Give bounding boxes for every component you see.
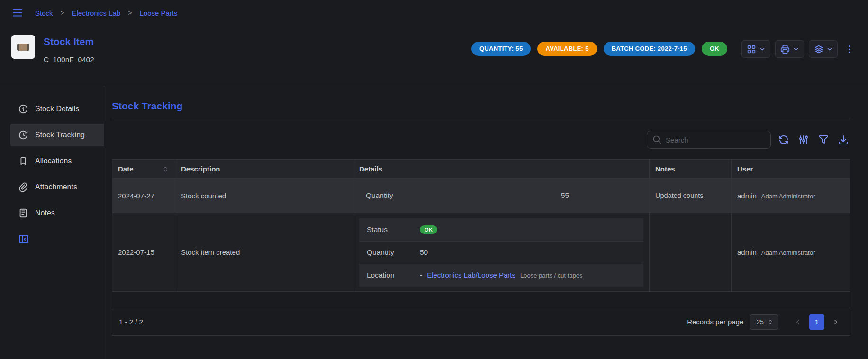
records-per-page-select[interactable]: 25 [750, 314, 778, 330]
page-1-button[interactable]: 1 [809, 314, 824, 330]
column-header-description: Description [175, 160, 353, 178]
chevron-down-icon [793, 46, 799, 53]
user-full-name: Adam Administrator [761, 249, 815, 256]
details-cell: Status OK Quantity 50 Location - [353, 213, 649, 291]
table-options-button[interactable] [796, 133, 811, 147]
location-link[interactable]: Electronics Lab/Loose Parts [427, 271, 515, 279]
status-ok-badge: OK [420, 225, 437, 234]
print-actions-button[interactable] [775, 40, 804, 58]
search-input[interactable] [666, 136, 765, 144]
date-cell: 2022-07-15 [112, 213, 175, 291]
stock-operations-button[interactable] [809, 40, 838, 58]
stock-operations-icon [814, 44, 824, 54]
filter-button[interactable] [816, 133, 831, 147]
chevron-down-icon [759, 46, 766, 53]
chevron-left-icon [794, 318, 802, 326]
capacitor-image [17, 44, 29, 51]
hamburger-menu-icon [11, 7, 24, 19]
selector-icon [767, 319, 774, 325]
search-box [647, 131, 771, 149]
breadcrumb-separator: > [61, 9, 64, 17]
detail-label: Location [367, 271, 420, 279]
main-panel: Stock Tracking [104, 86, 868, 359]
dots-vertical-icon [844, 44, 855, 54]
column-header-details: Details [353, 160, 649, 178]
records-per-page-label: Records per page [687, 318, 743, 326]
record-range: 1 - 2 / 2 [119, 318, 143, 326]
column-header-label: Date [118, 165, 134, 173]
print-actions-icon [780, 44, 790, 54]
paperclip-icon [18, 182, 28, 192]
sidebar-item-label: Notes [35, 209, 55, 217]
collapse-sidebar-button[interactable] [18, 233, 29, 245]
column-header-date[interactable]: Date [112, 160, 175, 178]
detail-value: 55 [561, 191, 569, 200]
search-icon [652, 135, 662, 144]
detail-value: 50 [420, 248, 428, 257]
batch-code-badge: BATCH CODE: 2022-7-15 [604, 42, 695, 56]
breadcrumb-electronics-lab[interactable]: Electronics Lab [72, 9, 121, 17]
part-name: C_100nF_0402 [44, 55, 94, 64]
page-body: Stock Details Stock Tracking Allocations… [0, 86, 868, 359]
refresh-icon [778, 134, 789, 145]
breadcrumb-separator: > [128, 9, 132, 17]
barcode-actions-button[interactable] [741, 40, 770, 58]
refresh-button[interactable] [777, 133, 791, 147]
history-icon [18, 130, 28, 140]
records-per-page-value: 25 [756, 318, 764, 326]
table-row: 2024-07-27 Stock counted Quantity 55 Upd… [112, 179, 850, 213]
notes-icon [18, 208, 28, 218]
status-ok-badge: OK [702, 42, 727, 56]
table-header-row: Date Description Details Notes User [112, 160, 850, 179]
table-toolbar [112, 131, 850, 149]
next-page-button[interactable] [828, 314, 843, 330]
table-empty-space [112, 292, 850, 308]
sidebar-item-stock-details[interactable]: Stock Details [10, 98, 104, 120]
topbar: Stock > Electronics Lab > Loose Parts [0, 0, 868, 26]
status-badges: QUANTITY: 55 AVAILABLE: 5 BATCH CODE: 20… [471, 42, 727, 56]
sidebar-item-label: Attachments [35, 183, 77, 191]
table-footer: 1 - 2 / 2 Records per page 25 1 [112, 308, 850, 335]
username: admin [737, 192, 757, 200]
bookmark-icon [18, 156, 28, 166]
detail-row-quantity: Quantity 50 [359, 241, 643, 264]
pager: 1 [790, 314, 843, 330]
column-header-notes: Notes [649, 160, 731, 178]
available-badge: AVAILABLE: 5 [537, 42, 597, 56]
sort-icon[interactable] [162, 165, 169, 173]
sidebar-item-label: Allocations [35, 157, 72, 165]
overflow-menu-button[interactable] [842, 40, 857, 58]
section-heading: Stock Tracking [112, 100, 850, 112]
detail-label: Status [367, 225, 420, 234]
location-note: Loose parts / cut tapes [520, 272, 583, 279]
breadcrumb-loose-parts[interactable]: Loose Parts [139, 9, 177, 17]
header-actions [741, 40, 857, 58]
detail-label: Quantity [367, 248, 420, 257]
sidebar-item-attachments[interactable]: Attachments [10, 176, 104, 198]
page-title: Stock Item [44, 35, 94, 47]
sidebar-item-stock-tracking[interactable]: Stock Tracking [10, 124, 104, 146]
username: admin [737, 248, 757, 256]
sidebar-item-allocations[interactable]: Allocations [10, 150, 104, 172]
stock-item-page: Stock > Electronics Lab > Loose Parts St… [0, 0, 868, 359]
filter-icon [818, 134, 829, 145]
download-icon [838, 134, 849, 145]
user-info: admin Adam Administrator [737, 192, 815, 200]
sidebar: Stock Details Stock Tracking Allocations… [0, 86, 104, 359]
collapse-sidebar-icon [18, 233, 29, 245]
description-cell: Stock counted [175, 179, 353, 213]
info-circle-icon [18, 104, 28, 114]
user-cell: admin Adam Administrator [731, 213, 850, 291]
sidebar-item-notes[interactable]: Notes [10, 202, 104, 224]
download-button[interactable] [836, 133, 850, 147]
previous-page-button[interactable] [790, 314, 805, 330]
detail-label: Quantity [366, 191, 393, 199]
detail-row: Quantity 55 [359, 191, 643, 200]
breadcrumb-stock[interactable]: Stock [35, 9, 53, 17]
stock-item-thumbnail[interactable] [11, 35, 35, 59]
user-cell: admin Adam Administrator [731, 179, 850, 213]
hamburger-menu-button[interactable] [11, 6, 26, 20]
detail-row-location: Location - Electronics Lab/Loose Parts L… [359, 264, 643, 287]
date-cell: 2024-07-27 [112, 179, 175, 213]
table-row: 2022-07-15 Stock item created Status OK … [112, 213, 850, 292]
